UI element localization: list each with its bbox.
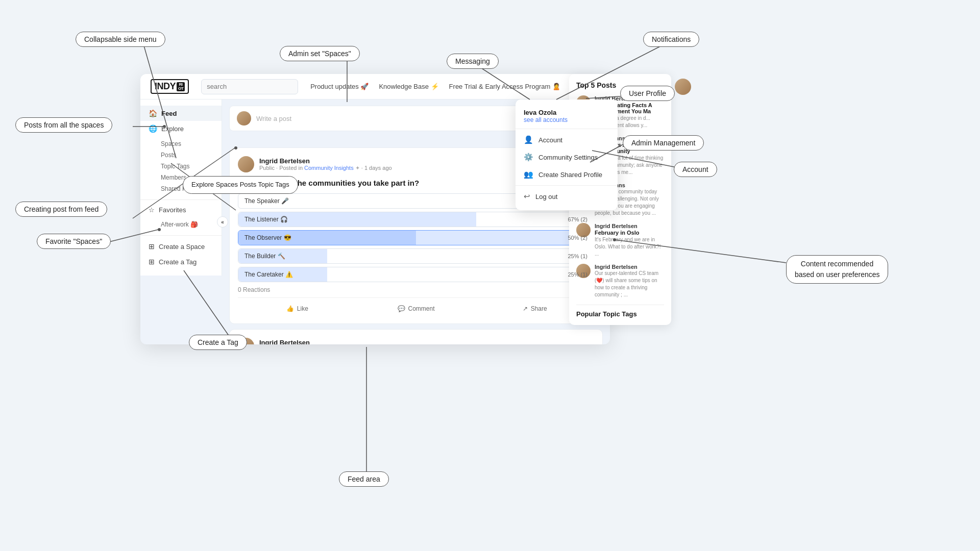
dropdown-divider1 xyxy=(516,129,618,129)
write-post-avatar xyxy=(237,111,251,126)
sidebar-topic-tags[interactable]: Topic Tags xyxy=(157,161,222,172)
logout-icon: ↩ xyxy=(524,192,530,201)
sidebar-wrapper: 🏠 Feed 🌐 Explore Spaces Posts Topic Tags… xyxy=(140,99,222,344)
sidebar-divider1 xyxy=(140,199,222,200)
shared-profile-icon: 👥 xyxy=(524,170,533,179)
annotation-explore: Explore Spaces Posts Topic Tags xyxy=(183,176,298,194)
thumbs-up-icon: 👍 xyxy=(286,305,294,312)
like-button[interactable]: 👍 Like xyxy=(238,302,357,315)
sidebar-collapse-btn[interactable]: « xyxy=(217,216,228,228)
dropdown-user-info: Ieva Ozola see all accounts xyxy=(516,105,618,127)
write-post-placeholder: Write a post xyxy=(256,115,291,122)
star-icon: ☆ xyxy=(149,206,155,214)
nav-free-trial[interactable]: Free Trial & Early Access Program 🙎 xyxy=(449,83,560,90)
dropdown-username: Ieva Ozola xyxy=(524,109,609,116)
app-header: INDY RI OT Product updates 🚀 Knowledge B… xyxy=(140,74,610,99)
annotation-account: Account xyxy=(674,162,717,177)
post1-avatar xyxy=(238,156,254,172)
logo[interactable]: INDY RI OT xyxy=(151,79,189,94)
sidebar-create-space[interactable]: ⊞ Create a Space xyxy=(140,239,222,254)
poll-option-4[interactable]: The Caretaker ⚠️ 25% (1) xyxy=(238,267,594,282)
annotation-notifications: Notifications xyxy=(643,32,699,47)
sidebar-create-tag[interactable]: ⊞ Create a Tag xyxy=(140,254,222,269)
sidebar-posts[interactable]: Posts xyxy=(157,149,222,161)
popular-topic-tags-title: Popular Topic Tags xyxy=(576,305,664,318)
dropdown-community-settings-item[interactable]: ⚙️ Community Settings xyxy=(516,148,618,166)
post1-reactions: 0 Reactions xyxy=(238,286,594,293)
sidebar-afterwork[interactable]: After-work 🎒 xyxy=(157,219,222,230)
post1-actions: 👍 Like 💬 Comment ↗ Share xyxy=(238,297,594,315)
post2-meta: Ingrid Bertelsen Public · Posted in Comm… xyxy=(259,339,581,344)
post1-space-link[interactable]: Community Insights xyxy=(304,165,354,171)
top-post-3-author: Ingrid Bertelsen xyxy=(595,223,664,229)
nav-knowledge-base[interactable]: Knowledge Base ⚡ xyxy=(379,83,438,90)
annotation-feed-area: Feed area xyxy=(339,471,389,487)
nav-product-updates[interactable]: Product updates 🚀 xyxy=(310,83,369,90)
dropdown-account-item[interactable]: 👤 Account xyxy=(516,131,618,148)
globe-icon: 🌐 xyxy=(149,124,157,133)
comment-button[interactable]: 💬 Comment xyxy=(357,302,476,315)
poll-option-2[interactable]: The Observer 😎 50% (2) xyxy=(238,230,594,245)
sidebar-item-explore[interactable]: 🌐 Explore xyxy=(140,121,222,136)
search-input[interactable] xyxy=(201,79,298,94)
top-post-3-excerpt: It's February and we are in Oslo. What t… xyxy=(595,236,664,258)
user-circle-icon: 👤 xyxy=(524,135,533,144)
poll-option-1[interactable]: The Listener 🎧 67% (2) xyxy=(238,212,594,227)
comment-icon: 💬 xyxy=(398,305,405,312)
annotation-creating-post: Creating post from feed xyxy=(15,202,107,217)
dropdown-logout-item[interactable]: ↩ Log out xyxy=(516,188,618,205)
share-icon: ↗ xyxy=(523,305,528,312)
top-post-4-excerpt: Our super-talented CS team (❤️) will sha… xyxy=(595,270,664,298)
top-post-3: Ingrid Bertelsen February in Oslo It's F… xyxy=(576,223,664,258)
poll-option-3[interactable]: The Builder 🔨 25% (1) xyxy=(238,248,594,264)
sidebar-favorites[interactable]: ☆ Favorites xyxy=(140,203,222,217)
add-tag-icon: ⊞ xyxy=(149,258,155,266)
annotation-user-profile: User Profile xyxy=(620,86,675,101)
annotation-posts-all-spaces: Posts from all the spaces xyxy=(15,117,112,133)
post2-header: Ingrid Bertelsen Public · Posted in Comm… xyxy=(238,338,594,344)
sidebar-spaces[interactable]: Spaces xyxy=(157,138,222,149)
user-avatar[interactable] xyxy=(675,79,691,95)
annotation-content-recommended: Content recommendedbased on user prefere… xyxy=(786,255,888,284)
top-post-3-title[interactable]: February in Oslo xyxy=(595,230,664,236)
annotation-admin-management: Admin Management xyxy=(623,135,704,151)
post2-menu-icon[interactable]: ··· xyxy=(586,341,594,345)
home-icon: 🏠 xyxy=(149,109,157,117)
annotation-admin-spaces: Admin set "Spaces" xyxy=(280,46,360,61)
annotation-messaging: Messaging xyxy=(447,54,499,69)
sidebar-favorites-sub: After-work 🎒 xyxy=(140,217,222,232)
add-space-icon: ⊞ xyxy=(149,242,155,251)
post-card-2: Ingrid Bertelsen Public · Posted in Comm… xyxy=(229,329,603,344)
top-post-4: Ingrid Bertelsen Our super-talented CS t… xyxy=(576,264,664,298)
dropdown-divider2 xyxy=(516,185,618,186)
top-post-4-author: Ingrid Bertelsen xyxy=(595,264,664,270)
annotation-create-tag: Create a Tag xyxy=(189,335,247,350)
sidebar-item-feed[interactable]: 🏠 Feed xyxy=(140,106,222,121)
settings-icon: ⚙️ xyxy=(524,153,533,162)
post2-author: Ingrid Bertelsen xyxy=(259,339,581,344)
user-dropdown-menu: Ieva Ozola see all accounts 👤 Account ⚙️… xyxy=(516,99,618,210)
dropdown-create-shared-profile-item[interactable]: 👥 Create Shared Profile xyxy=(516,166,618,183)
annotation-collapsable-menu: Collapsable side menu xyxy=(76,32,165,47)
sidebar-divider2 xyxy=(140,235,222,236)
annotation-favorite-spaces: Favorite "Spaces" xyxy=(37,234,111,249)
dropdown-see-all[interactable]: see all accounts xyxy=(524,116,609,123)
